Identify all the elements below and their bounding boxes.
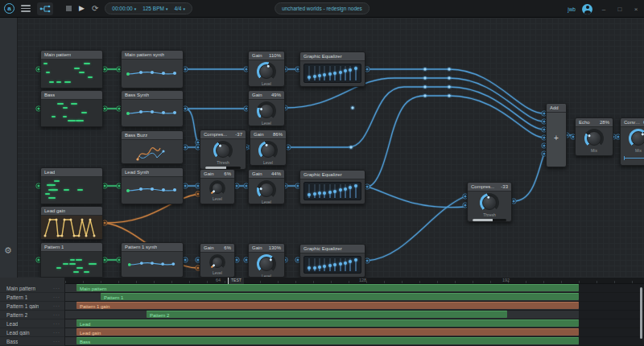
eq-band[interactable] bbox=[308, 184, 310, 198]
close-button[interactable]: × bbox=[631, 6, 641, 13]
play-button[interactable]: ▶ bbox=[79, 5, 85, 12]
user-avatar[interactable] bbox=[582, 4, 592, 14]
minimize-button[interactable]: – bbox=[599, 6, 609, 13]
knob[interactable] bbox=[629, 129, 644, 148]
eq-band[interactable] bbox=[324, 258, 325, 271]
node-title-bar[interactable]: Pattern 1 synth bbox=[122, 243, 183, 252]
track-header-pattern-2[interactable]: Pattern 2··· bbox=[0, 311, 64, 319]
eq-band[interactable] bbox=[334, 184, 336, 198]
eq-band[interactable] bbox=[345, 66, 346, 80]
cable-waypoint[interactable] bbox=[447, 84, 452, 89]
node-title-bar[interactable]: Gain110% bbox=[249, 51, 284, 60]
node-title-bar[interactable]: Compres...-33 bbox=[468, 183, 511, 192]
eq-band[interactable] bbox=[355, 66, 357, 80]
track-lane[interactable]: Bass bbox=[65, 337, 644, 346]
eq-band[interactable] bbox=[324, 66, 325, 80]
node-title-bar[interactable]: Echo28% bbox=[576, 118, 613, 127]
eq-band-handle[interactable] bbox=[349, 186, 352, 189]
eq-band-handle[interactable] bbox=[344, 262, 347, 265]
node-bass-synth[interactable]: Bass Synth bbox=[121, 90, 184, 127]
eq-band[interactable] bbox=[324, 184, 325, 198]
knob[interactable] bbox=[258, 141, 278, 160]
eq-band-handle[interactable] bbox=[323, 265, 326, 268]
cable-waypoint[interactable] bbox=[447, 93, 452, 98]
eq-band-handle[interactable] bbox=[349, 260, 352, 263]
eq-band-handle[interactable] bbox=[344, 69, 347, 72]
node-title-bar[interactable]: Gain6% bbox=[200, 170, 234, 179]
cable-waypoint[interactable] bbox=[423, 93, 427, 98]
eq-band[interactable] bbox=[329, 184, 331, 198]
track-menu-button[interactable]: ··· bbox=[53, 330, 60, 335]
equalizer-sliders[interactable] bbox=[303, 182, 361, 200]
knob[interactable] bbox=[257, 101, 276, 121]
cable-waypoint[interactable] bbox=[423, 76, 427, 80]
node-lead-gain[interactable]: Lead gain bbox=[40, 206, 103, 240]
eq-band[interactable] bbox=[314, 184, 316, 198]
track-menu-button[interactable]: ··· bbox=[53, 303, 60, 308]
eq-band[interactable] bbox=[329, 66, 331, 80]
track-header-pattern-1-gain[interactable]: Pattern 1 gain··· bbox=[0, 302, 64, 311]
menu-icon[interactable] bbox=[21, 5, 31, 12]
eq-band-handle[interactable] bbox=[318, 266, 321, 269]
cable-waypoint[interactable] bbox=[423, 67, 427, 72]
track-menu-button[interactable]: ··· bbox=[53, 321, 60, 326]
eq-band[interactable] bbox=[319, 184, 320, 198]
cable-waypoint[interactable] bbox=[447, 67, 452, 72]
knob[interactable] bbox=[213, 141, 233, 160]
node-title-bar[interactable]: Gain44% bbox=[249, 170, 284, 179]
time-display[interactable]: 00:00:00▾ bbox=[112, 6, 136, 11]
track-lane[interactable]: Main pattern bbox=[65, 284, 644, 293]
clip-pattern-1-gain[interactable]: Pattern 1 gain bbox=[76, 302, 579, 309]
eq-band-handle[interactable] bbox=[308, 266, 311, 270]
eq-band-handle[interactable] bbox=[308, 193, 311, 196]
track-lane[interactable]: Pattern 2 bbox=[65, 311, 644, 319]
timeline-scrollbar[interactable] bbox=[640, 287, 642, 339]
node-title-bar[interactable]: Graphic Equalizer bbox=[300, 245, 365, 253]
eq-band-handle[interactable] bbox=[323, 73, 326, 76]
node-title-bar[interactable]: Add bbox=[547, 104, 566, 113]
node-eq-p1[interactable]: Graphic Equalizer bbox=[299, 244, 365, 278]
node-pattern1[interactable]: Pattern 1 bbox=[40, 242, 103, 278]
stop-button[interactable] bbox=[66, 6, 72, 11]
eq-band[interactable] bbox=[349, 66, 351, 80]
eq-band[interactable] bbox=[314, 66, 316, 80]
eq-band[interactable] bbox=[340, 258, 341, 271]
app-logo-icon[interactable]: a bbox=[4, 3, 14, 14]
track-header-lead-gain[interactable]: Lead gain··· bbox=[0, 328, 64, 337]
eq-band-handle[interactable] bbox=[328, 72, 332, 76]
track-header-pattern-1[interactable]: Pattern 1··· bbox=[0, 293, 64, 302]
eq-band-handle[interactable] bbox=[313, 75, 316, 78]
knob[interactable] bbox=[257, 254, 276, 274]
node-comp-master[interactable]: Compres...-33Thresh bbox=[467, 182, 512, 222]
eq-band-handle[interactable] bbox=[313, 266, 316, 270]
node-title-bar[interactable]: Lead bbox=[41, 168, 102, 177]
node-gain-main[interactable]: Gain110%Level bbox=[248, 51, 285, 87]
clip-bass[interactable]: Bass bbox=[76, 337, 579, 344]
eq-band[interactable] bbox=[329, 258, 331, 271]
time-signature-display[interactable]: 4/4▾ bbox=[174, 6, 185, 11]
timeline-marker[interactable]: TEST bbox=[228, 278, 244, 284]
eq-band[interactable] bbox=[314, 258, 316, 271]
track-header-lead[interactable]: Lead··· bbox=[0, 319, 64, 328]
cable-waypoint[interactable] bbox=[349, 145, 353, 150]
node-main-pattern[interactable]: Main pattern bbox=[40, 50, 103, 89]
eq-band-handle[interactable] bbox=[313, 192, 316, 196]
cable-waypoint[interactable] bbox=[447, 76, 452, 80]
eq-band-handle[interactable] bbox=[333, 263, 336, 266]
node-title-bar[interactable]: Main pattern bbox=[41, 51, 102, 60]
project-title-pill[interactable]: uncharted worlds - redesign nodes bbox=[275, 2, 369, 14]
node-eq-main[interactable]: Graphic Equalizer bbox=[299, 51, 365, 87]
eq-band-handle[interactable] bbox=[349, 68, 352, 72]
eq-band[interactable] bbox=[319, 258, 320, 271]
node-gain-lead-mod[interactable]: Gain6%Level bbox=[200, 169, 235, 204]
knob[interactable] bbox=[257, 62, 276, 81]
eq-band-handle[interactable] bbox=[318, 192, 321, 195]
eq-band[interactable] bbox=[355, 258, 357, 271]
bpm-display[interactable]: 125 BPM▾ bbox=[142, 6, 167, 11]
node-echo[interactable]: Echo28%Mix bbox=[575, 117, 613, 156]
knob[interactable] bbox=[209, 180, 225, 196]
node-lead-synth[interactable]: Lead Synth bbox=[121, 167, 184, 204]
eq-band-handle[interactable] bbox=[344, 187, 347, 191]
cable-waypoint[interactable] bbox=[423, 84, 427, 89]
node-title-bar[interactable]: Main pattern synth bbox=[122, 51, 183, 60]
